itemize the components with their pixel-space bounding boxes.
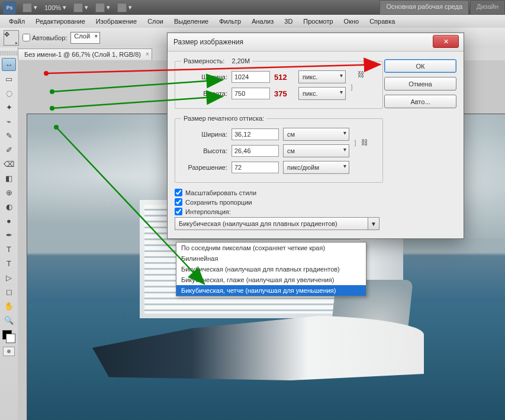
dialog-close-button[interactable]: ✕ xyxy=(433,35,459,48)
tool-crop[interactable]: ⌁ xyxy=(2,115,16,128)
bg-color[interactable] xyxy=(6,334,15,343)
tool-blur[interactable]: ● xyxy=(2,214,16,227)
menu-layer[interactable]: Слои xyxy=(142,16,169,27)
tool-heal[interactable]: ✐ xyxy=(2,143,16,156)
menu-image[interactable]: Изображение xyxy=(91,16,142,27)
px-height-input[interactable]: 750 xyxy=(231,88,270,99)
px-width-unit[interactable]: пикс. xyxy=(298,70,346,83)
close-icon: ✕ xyxy=(443,38,449,46)
top-btn-bridge[interactable]: ▾ xyxy=(19,2,41,14)
px-height-unit[interactable]: пикс. xyxy=(298,87,346,100)
workspace-tab-other[interactable]: Дизайн xyxy=(470,0,505,15)
scale-styles-checkbox[interactable] xyxy=(175,189,182,196)
print-constrain-bracket: ] xyxy=(352,128,359,157)
menu-3d[interactable]: 3D xyxy=(279,16,298,27)
document-tab-close-icon[interactable]: × xyxy=(146,51,149,57)
tool-magic-wand[interactable]: ✦ xyxy=(2,101,16,114)
tool-eraser[interactable]: ⊕ xyxy=(2,186,16,199)
tool-gradient[interactable]: ◐ xyxy=(2,200,16,213)
interp-option-bilinear[interactable]: Билинейная xyxy=(176,253,366,264)
auto-button[interactable]: Авто... xyxy=(384,95,456,108)
resolution-unit[interactable]: пикс/дюйм xyxy=(283,161,349,174)
tool-path-select[interactable]: ▷ xyxy=(2,271,16,284)
print-link-icon: ⛓ xyxy=(361,138,368,147)
constrain-proportions-checkbox[interactable] xyxy=(175,198,182,206)
resolution-input[interactable]: 72 xyxy=(231,161,279,173)
print-width-label: Ширина: xyxy=(181,131,227,138)
interp-option-nearest[interactable]: По соседним пикселам (сохраняет четкие к… xyxy=(176,243,366,253)
print-height-label: Высота: xyxy=(181,147,227,154)
menu-help[interactable]: Справка xyxy=(364,16,400,27)
interp-option-sharper[interactable]: Бикубическая, четче (наилучшая для умень… xyxy=(176,285,366,296)
resample-label: Интерполяция: xyxy=(185,208,231,215)
scale-styles-label: Масштабировать стили xyxy=(185,189,256,196)
menu-filter[interactable]: Фильтр xyxy=(214,16,246,27)
tool-lasso[interactable]: ◌ xyxy=(2,86,16,99)
tool-pen[interactable]: T xyxy=(2,243,16,256)
pixel-dim-legend: Размерность: xyxy=(184,57,224,64)
document-tab[interactable]: Без имени-1 @ 66,7% (Слой 1, RGB/8) × xyxy=(18,49,152,60)
print-dimensions-group: Размер печатного оттиска: Ширина: 36,12 … xyxy=(175,115,383,183)
px-width-note: 512 xyxy=(274,73,294,82)
pixel-dimensions-group: Размерность: 2,20M Ширина: 1024 512 пикс… xyxy=(175,57,383,109)
print-dim-legend: Размер печатного оттиска: xyxy=(181,115,266,122)
interpolation-dropdown[interactable]: Бикубическая (наилучшая для плавных град… xyxy=(175,217,379,230)
document-tab-label: Без имени-1 @ 66,7% (Слой 1, RGB/8) xyxy=(24,51,141,58)
print-height-input[interactable]: 26,46 xyxy=(231,145,279,157)
menu-view[interactable]: Просмотр xyxy=(298,16,338,27)
auto-select-checkbox[interactable]: Автовыбор: xyxy=(22,34,67,41)
tool-dodge[interactable]: ✒ xyxy=(2,228,16,241)
px-height-note: 375 xyxy=(274,89,294,98)
workspace-tab-active[interactable]: Основная рабочая среда xyxy=(379,0,469,15)
tool-strip: ↔ ▭ ◌ ✦ ⌁ ✎ ✐ ⌫ ◧ ⊕ ◐ ● ✒ T T ▷ ◻ ✋ 🔍 xyxy=(0,47,18,420)
px-width-input[interactable]: 1024 xyxy=(231,71,270,83)
tool-type[interactable]: T xyxy=(2,257,16,270)
menu-window[interactable]: Окно xyxy=(339,16,365,27)
menu-bar: Файл Редактирование Изображение Слои Выд… xyxy=(0,15,505,28)
menu-analysis[interactable]: Анализ xyxy=(246,16,279,27)
tool-stamp[interactable]: ◧ xyxy=(2,172,16,185)
interpolation-dropdown-list: По соседним пикселам (сохраняет четкие к… xyxy=(176,242,366,296)
top-zoom-level[interactable]: 100% ▾ xyxy=(41,2,70,12)
auto-select-label: Автовыбор: xyxy=(32,34,67,41)
constrain-proportions-label: Сохранить пропорции xyxy=(185,199,252,206)
menu-edit[interactable]: Редактирование xyxy=(30,16,91,27)
cancel-button[interactable]: Отмена xyxy=(384,77,456,91)
top-btn-view2[interactable]: ▾ xyxy=(92,2,114,14)
current-tool-move-icon[interactable]: ✥ xyxy=(4,30,19,46)
app-top-bar: Ps ▾ 100% ▾ ▾ ▾ ▾ Основная рабочая среда… xyxy=(0,0,505,15)
tool-zoom[interactable]: 🔍 xyxy=(2,314,16,327)
px-height-label: Высота: xyxy=(181,90,227,97)
image-size-dialog: Размер изображения ✕ ОК Отмена Авто... Р… xyxy=(167,33,464,239)
fg-bg-color-swatch[interactable] xyxy=(2,330,15,343)
interpolation-arrow-icon[interactable]: ▼ xyxy=(368,218,379,230)
dialog-title: Размер изображения xyxy=(168,33,464,51)
tool-marquee[interactable]: ▭ xyxy=(2,72,16,85)
ok-button[interactable]: ОК xyxy=(384,59,456,73)
print-width-unit[interactable]: см xyxy=(283,128,349,141)
top-btn-view1[interactable]: ▾ xyxy=(70,2,92,14)
tool-strip-grip[interactable] xyxy=(0,51,18,56)
tool-shape[interactable]: ◻ xyxy=(2,285,16,298)
interp-option-bicubic[interactable]: Бикубическая (наилучшая для плавных град… xyxy=(176,264,366,274)
resolution-label: Разрешение: xyxy=(181,164,227,171)
interp-option-smoother[interactable]: Бикубическая, глаже (наилучшая для увели… xyxy=(176,274,366,285)
quick-mask-icon[interactable] xyxy=(3,347,15,356)
menu-file[interactable]: Файл xyxy=(4,16,30,27)
tool-eyedropper[interactable]: ✎ xyxy=(2,129,16,142)
print-width-input[interactable]: 36,12 xyxy=(231,128,279,140)
px-width-label: Ширина: xyxy=(181,73,227,80)
app-logo: Ps xyxy=(3,1,16,14)
tool-brush[interactable]: ⌫ xyxy=(2,157,16,170)
tool-hand[interactable]: ✋ xyxy=(2,299,16,312)
interpolation-value: Бикубическая (наилучшая для плавных град… xyxy=(179,220,337,227)
tool-move[interactable]: ↔ xyxy=(2,58,16,71)
top-btn-view3[interactable]: ▾ xyxy=(114,2,136,14)
menu-select[interactable]: Выделение xyxy=(169,16,214,27)
resample-checkbox[interactable] xyxy=(175,208,182,215)
auto-select-dropdown[interactable]: Слой xyxy=(70,32,100,44)
px-constrain-bracket: ] xyxy=(348,70,355,104)
px-link-icon: ⛓ xyxy=(358,70,365,104)
pixel-dim-filesize: 2,20M xyxy=(232,57,250,64)
print-height-unit[interactable]: см xyxy=(283,144,349,157)
